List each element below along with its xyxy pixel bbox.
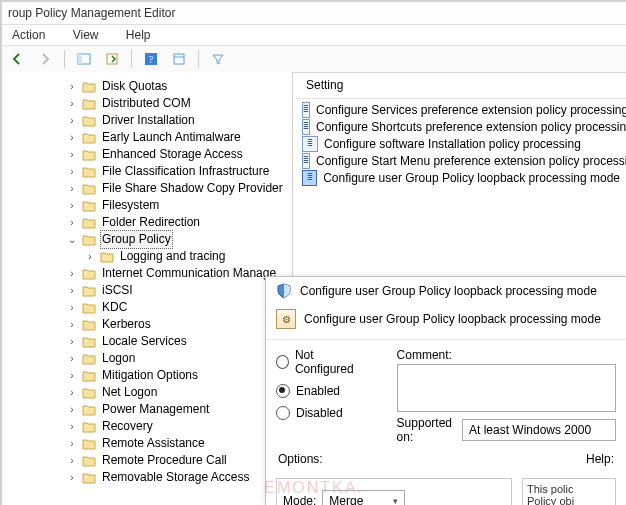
tree-item-label: Early Launch Antimalware — [100, 129, 243, 146]
tree-item[interactable]: ›Recovery — [22, 418, 292, 435]
expander-placeholder: › — [66, 469, 78, 486]
tree-item[interactable]: ›iSCSI — [22, 282, 292, 299]
tree-item[interactable]: ›Locale Services — [22, 333, 292, 350]
setting-item-label: Configure user Group Policy loopback pro… — [323, 171, 620, 185]
radio-enabled[interactable]: Enabled — [276, 384, 369, 398]
mode-combobox[interactable]: Merge ▾ — [322, 490, 405, 505]
tree-item[interactable]: ›Enhanced Storage Access — [22, 146, 292, 163]
help-panel: This polic Policy obj computer — [522, 478, 616, 505]
expander-placeholder: › — [66, 350, 78, 367]
tree-item[interactable]: ›Remote Procedure Call — [22, 452, 292, 469]
svg-rect-1 — [78, 54, 82, 64]
radio-icon — [276, 355, 289, 369]
folder-icon — [82, 353, 96, 365]
radio-disabled[interactable]: Disabled — [276, 406, 369, 420]
tree-item[interactable]: ›Filesystem — [22, 197, 292, 214]
tree-item[interactable]: ›File Share Shadow Copy Provider — [22, 180, 292, 197]
menu-help[interactable]: Help — [126, 28, 151, 42]
setting-item-label: Configure Services preference extension … — [316, 103, 626, 117]
folder-icon — [82, 234, 96, 246]
folder-icon — [82, 166, 96, 178]
tree-item[interactable]: ›Logon — [22, 350, 292, 367]
mode-value: Merge — [329, 494, 363, 505]
tree-item[interactable]: ›File Classification Infrastructure — [22, 163, 292, 180]
tree-item-label: Logon — [100, 350, 137, 367]
folder-icon — [82, 438, 96, 450]
policy-item-icon: ≣ — [302, 153, 310, 169]
tree-item[interactable]: ›Remote Assistance — [22, 435, 292, 452]
filter-button[interactable] — [207, 48, 229, 70]
expander-placeholder: › — [66, 146, 78, 163]
tree-item-label: KDC — [100, 299, 129, 316]
tree-item-label: Power Management — [100, 401, 211, 418]
dialog-subtitle-row: ⚙ Configure user Group Policy loopback p… — [266, 305, 626, 340]
comment-textarea[interactable] — [397, 364, 616, 412]
tree-item-label: Filesystem — [100, 197, 161, 214]
folder-icon — [82, 336, 96, 348]
setting-item[interactable]: ≣Configure Shortcuts preference extensio… — [302, 118, 620, 135]
expander-placeholder: › — [66, 418, 78, 435]
show-hide-tree-button[interactable] — [73, 48, 95, 70]
radio-icon — [276, 406, 290, 420]
tree-item[interactable]: ›KDC — [22, 299, 292, 316]
help-label: Help: — [586, 452, 614, 466]
tree-item[interactable]: ›Early Launch Antimalware — [22, 129, 292, 146]
radio-label: Not Configured — [295, 348, 369, 376]
tree-item[interactable]: ›Logging and tracing — [22, 248, 292, 265]
menu-action[interactable]: Action — [12, 28, 45, 42]
setting-item[interactable]: ≣Configure software Installation policy … — [302, 135, 620, 152]
help-button[interactable]: ? — [140, 48, 162, 70]
tree-item[interactable]: ›Power Management — [22, 401, 292, 418]
policy-icon: ⚙ — [276, 309, 296, 329]
expander-placeholder: › — [66, 95, 78, 112]
tree-item[interactable]: ›Disk Quotas — [22, 78, 292, 95]
settings-column-header[interactable]: Setting — [296, 72, 626, 99]
back-button[interactable] — [6, 48, 28, 70]
export-list-button[interactable] — [101, 48, 123, 70]
folder-icon — [82, 472, 96, 484]
dialog-title-row: Configure user Group Policy loopback pro… — [266, 277, 626, 305]
tree-item[interactable]: ⌄Group Policy — [22, 231, 292, 248]
tree-item[interactable]: ›Removable Storage Access — [22, 469, 292, 486]
tree-item-label: Internet Communication Manage — [100, 265, 278, 282]
svg-text:?: ? — [149, 54, 154, 65]
svg-rect-5 — [174, 54, 184, 64]
expander-placeholder: › — [66, 163, 78, 180]
folder-icon — [82, 285, 96, 297]
setting-item[interactable]: ≣Configure Start Menu preference extensi… — [302, 152, 620, 169]
tree-item-label: Remote Assistance — [100, 435, 207, 452]
folder-icon — [82, 115, 96, 127]
expander-placeholder: › — [66, 180, 78, 197]
tree-item[interactable]: ›Kerberos — [22, 316, 292, 333]
radio-not-configured[interactable]: Not Configured — [276, 348, 369, 376]
menu-bar: Action View Help — [2, 25, 626, 46]
expander-placeholder: › — [84, 248, 96, 265]
chevron-down-icon[interactable]: ⌄ — [66, 231, 78, 248]
folder-icon — [82, 268, 96, 280]
properties-button[interactable] — [168, 48, 190, 70]
tree-item[interactable]: ›Mitigation Options — [22, 367, 292, 384]
options-label: Options: — [278, 452, 323, 466]
folder-icon — [82, 421, 96, 433]
folder-icon — [82, 132, 96, 144]
tree-item-label: Recovery — [100, 418, 155, 435]
folder-icon — [82, 81, 96, 93]
tree-item-label: Distributed COM — [100, 95, 193, 112]
forward-button[interactable] — [34, 48, 56, 70]
expander-placeholder: › — [66, 112, 78, 129]
setting-item[interactable]: ≣Configure user Group Policy loopback pr… — [302, 169, 620, 186]
setting-item-label: Configure Shortcuts preference extension… — [316, 120, 626, 134]
setting-item[interactable]: ≣Configure Services preference extension… — [302, 101, 620, 118]
tree-item[interactable]: ›Folder Redirection — [22, 214, 292, 231]
shield-icon — [276, 283, 292, 299]
tree-item[interactable]: ›Distributed COM — [22, 95, 292, 112]
tree-item[interactable]: ›Internet Communication Manage — [22, 265, 292, 282]
tree-item[interactable]: ›Net Logon — [22, 384, 292, 401]
tree-item-label: File Classification Infrastructure — [100, 163, 271, 180]
tree-item[interactable]: ›Driver Installation — [22, 112, 292, 129]
menu-view[interactable]: View — [73, 28, 99, 42]
folder-icon — [82, 370, 96, 382]
policy-item-icon: ≣ — [302, 102, 310, 118]
folder-icon — [82, 455, 96, 467]
expander-placeholder: › — [66, 384, 78, 401]
